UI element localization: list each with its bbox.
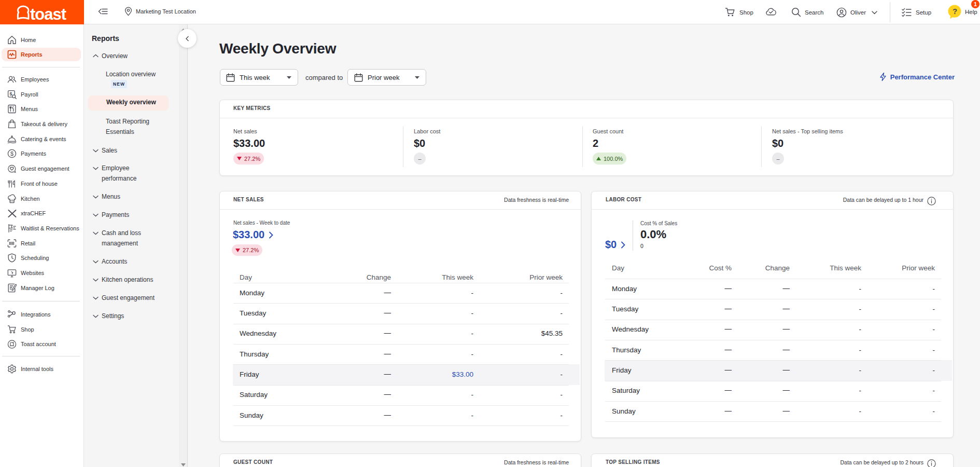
svg-text:?: ? (953, 7, 957, 16)
svg-text:$: $ (10, 150, 13, 157)
svg-text:toast: toast (30, 5, 66, 23)
svg-text:$: $ (10, 91, 12, 97)
